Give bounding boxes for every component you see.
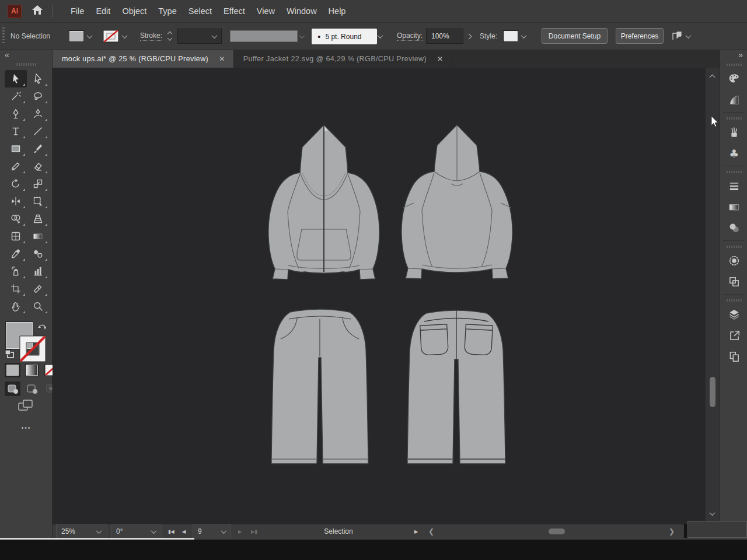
- swap-fill-stroke-icon[interactable]: [37, 322, 48, 334]
- tool-width[interactable]: [5, 192, 27, 210]
- panel-icon-asset-export[interactable]: [720, 346, 747, 367]
- draw-behind-button[interactable]: [24, 382, 40, 396]
- tool-symbol-sprayer[interactable]: [5, 262, 27, 280]
- next-artboard-button[interactable]: ▶: [238, 524, 242, 538]
- tool-lasso[interactable]: [27, 88, 49, 105]
- menu-window[interactable]: Window: [281, 0, 323, 22]
- menu-type[interactable]: Type: [152, 0, 182, 22]
- fill-color-dropdown[interactable]: [88, 23, 92, 50]
- dock-collapse-icon[interactable]: »: [738, 50, 743, 60]
- tool-shape-builder[interactable]: [5, 210, 27, 228]
- default-fill-stroke-icon[interactable]: [4, 349, 15, 361]
- opacity-label[interactable]: Opacity:: [397, 32, 423, 41]
- panel-icon-color[interactable]: [720, 68, 747, 89]
- panel-icon-stroke[interactable]: [720, 176, 747, 197]
- tool-line-segment[interactable]: [27, 123, 49, 140]
- tool-direct-selection[interactable]: [27, 70, 49, 88]
- panel-icon-layers[interactable]: [720, 304, 747, 325]
- tool-curvature[interactable]: [27, 105, 49, 123]
- tab-close-icon[interactable]: ✕: [437, 55, 443, 63]
- brush-definition[interactable]: ● 5 pt. Round: [312, 29, 377, 44]
- preferences-button[interactable]: Preferences: [616, 28, 664, 44]
- tool-rotate[interactable]: [5, 175, 27, 192]
- style-dropdown[interactable]: [522, 23, 526, 50]
- stroke-color-swatch[interactable]: [103, 30, 119, 43]
- tool-hand[interactable]: [5, 298, 27, 315]
- stroke-label[interactable]: Stroke:: [140, 32, 162, 41]
- document-setup-button[interactable]: Document Setup: [542, 28, 608, 44]
- vertical-scrollbar[interactable]: [705, 68, 720, 524]
- illustrator-logo[interactable]: Ai: [8, 5, 22, 18]
- document-tab-2[interactable]: Puffer Jacket 22.svg @ 64,29 % (RGB/CPU …: [234, 50, 452, 68]
- panel-icon-brushes[interactable]: [720, 122, 747, 143]
- tab-close-icon[interactable]: ✕: [219, 55, 225, 63]
- toolbar-collapse-icon[interactable]: «: [5, 50, 9, 60]
- artboard-canvas[interactable]: [53, 68, 705, 524]
- menu-file[interactable]: File: [65, 0, 90, 22]
- tool-gradient[interactable]: [27, 228, 49, 245]
- artwork-hoodie-back[interactable]: [397, 124, 517, 285]
- brush-dropdown[interactable]: [378, 23, 382, 50]
- controlbar-grip[interactable]: [2, 27, 5, 45]
- home-icon[interactable]: [32, 5, 43, 18]
- opacity-expand[interactable]: [467, 23, 471, 50]
- tool-slice[interactable]: [27, 280, 49, 298]
- tool-pen[interactable]: [5, 105, 27, 123]
- fill-color-swatch[interactable]: [69, 30, 84, 42]
- tool-eraser[interactable]: [27, 158, 49, 175]
- tool-zoom[interactable]: [27, 298, 49, 315]
- opacity-field[interactable]: 100%: [426, 29, 463, 44]
- tool-scale[interactable]: [27, 175, 49, 192]
- rotation-select[interactable]: 0°: [111, 524, 162, 538]
- tool-pencil[interactable]: [5, 158, 27, 175]
- menu-help[interactable]: Help: [323, 0, 352, 22]
- tool-perspective-grid[interactable]: [27, 210, 49, 228]
- tool-free-transform[interactable]: [27, 192, 49, 210]
- menu-effect[interactable]: Effect: [218, 0, 251, 22]
- draw-normal-button[interactable]: [5, 382, 20, 396]
- menu-object[interactable]: Object: [116, 0, 152, 22]
- horizontal-scroll-thumb[interactable]: [549, 528, 565, 534]
- tool-magic-wand[interactable]: [5, 88, 27, 105]
- panel-icon-transparency[interactable]: [720, 218, 747, 239]
- panel-icon-artboards[interactable]: [720, 271, 747, 292]
- menu-select[interactable]: Select: [183, 0, 218, 22]
- panel-icon-export[interactable]: [720, 325, 747, 346]
- artboard-number-field[interactable]: 9: [193, 524, 231, 538]
- menu-view[interactable]: View: [251, 0, 281, 22]
- panel-icon-gradient[interactable]: [720, 197, 747, 218]
- color-button[interactable]: [5, 363, 20, 377]
- tool-rectangle[interactable]: [5, 140, 27, 158]
- tool-paintbrush[interactable]: [27, 140, 49, 158]
- last-artboard-button[interactable]: ▶▮: [251, 524, 257, 538]
- hscroll-right-arrow[interactable]: ❯: [669, 524, 675, 538]
- vertical-scroll-thumb[interactable]: [710, 377, 715, 407]
- artwork-hoodie-front[interactable]: [266, 124, 382, 286]
- first-artboard-button[interactable]: ▮◀: [168, 524, 179, 538]
- hscroll-left-arrow[interactable]: ❮: [428, 524, 434, 538]
- style-swatch[interactable]: [503, 30, 518, 42]
- panel-icon-color-guide[interactable]: [720, 89, 747, 110]
- arrange-documents-icon[interactable]: [671, 23, 683, 50]
- status-expand-arrow[interactable]: ▶: [414, 524, 418, 538]
- arrange-documents-dropdown[interactable]: [686, 23, 690, 50]
- profile-dropdown[interactable]: [300, 23, 304, 50]
- document-tab-1[interactable]: mock ups.ai* @ 25 % (RGB/CPU Preview)✕: [53, 50, 234, 68]
- panel-icon-appearance[interactable]: [720, 250, 747, 271]
- stroke-weight-stepper[interactable]: [168, 23, 172, 50]
- artwork-pants-back[interactable]: [403, 305, 510, 473]
- stroke-weight-field[interactable]: [177, 29, 222, 44]
- screen-mode-icon[interactable]: [18, 399, 34, 414]
- prev-artboard-button[interactable]: ◀: [182, 524, 186, 538]
- toolbar-ellipsis[interactable]: •••: [0, 425, 53, 431]
- artwork-pants-front[interactable]: [267, 305, 375, 473]
- stroke-swatch[interactable]: [19, 335, 46, 362]
- zoom-level-select[interactable]: 25%: [56, 524, 107, 538]
- tool-column-graph[interactable]: [27, 262, 49, 280]
- variable-width-profile[interactable]: [230, 30, 298, 42]
- panel-icon-symbols[interactable]: ♣: [720, 143, 747, 164]
- tool-artboard[interactable]: [5, 280, 27, 298]
- tool-type[interactable]: [5, 123, 27, 140]
- tool-selection[interactable]: [5, 70, 27, 88]
- stroke-color-dropdown[interactable]: [123, 23, 127, 50]
